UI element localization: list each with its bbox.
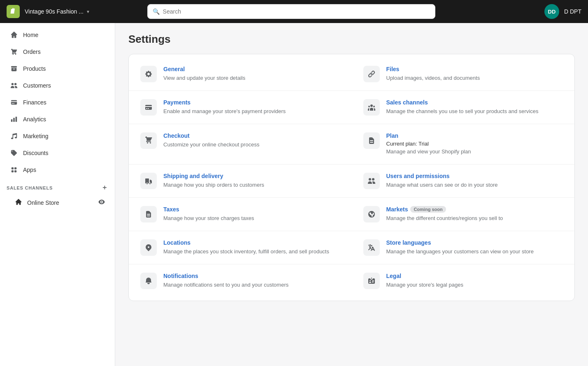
- general-title: General: [163, 66, 340, 72]
- sidebar-item-analytics[interactable]: Analytics: [3, 111, 112, 127]
- taxes-desc: Manage how your store charges taxes: [163, 214, 340, 222]
- store-languages-title: Store languages: [386, 239, 563, 246]
- settings-item-payments[interactable]: Payments Enable and manage your store's …: [129, 91, 352, 124]
- shipping-desc: Manage how you ship orders to customers: [163, 181, 340, 189]
- settings-item-users[interactable]: Users and permissions Manage what users …: [352, 164, 575, 198]
- checkout-desc: Customize your online checkout process: [163, 141, 340, 149]
- sales-channels-section-label: SALES CHANNELS ＋: [0, 178, 115, 194]
- sidebar-item-products[interactable]: Products: [3, 60, 112, 77]
- sidebar-label-finances: Finances: [23, 99, 46, 106]
- settings-item-store-languages[interactable]: Store languages Manage the languages you…: [352, 231, 575, 264]
- shipping-title: Shipping and delivery: [163, 173, 340, 179]
- plan-title: Plan: [386, 132, 399, 139]
- store-name-button[interactable]: Vintage 90s Fashion ... ▼: [25, 8, 90, 15]
- settings-item-legal[interactable]: Legal Manage your store's legal pages: [352, 264, 575, 297]
- settings-grid: General View and update your store detai…: [129, 58, 574, 297]
- users-icon: [363, 173, 380, 189]
- sidebar-item-apps[interactable]: Apps: [3, 162, 112, 178]
- sidebar-item-customers[interactable]: Customers: [3, 77, 112, 94]
- payments-title: Payments: [163, 99, 340, 106]
- main-layout: Home Orders Products Customers: [0, 23, 588, 366]
- customers-icon: [10, 81, 18, 90]
- general-icon: [140, 66, 157, 82]
- topbar: Vintage 90s Fashion ... ▼ 🔍 DD D DPT: [0, 0, 588, 23]
- settings-item-taxes[interactable]: Taxes Manage how your store charges taxe…: [129, 198, 352, 231]
- settings-item-markets[interactable]: Markets Coming soon Manage the different…: [352, 198, 575, 231]
- eye-icon[interactable]: [98, 199, 105, 206]
- locations-title: Locations: [163, 239, 340, 246]
- taxes-title: Taxes: [163, 206, 340, 213]
- sales-channels-title: Sales channels: [386, 99, 563, 106]
- sidebar-label-apps: Apps: [23, 167, 36, 173]
- shopify-logo: [7, 5, 20, 18]
- sidebar-label-discounts: Discounts: [23, 150, 48, 156]
- orders-icon: [10, 48, 18, 56]
- settings-item-plan[interactable]: Plan Current plan: Trial Manage and view…: [352, 124, 575, 164]
- sidebar-item-online-store[interactable]: Online Store: [3, 194, 112, 211]
- search-icon: 🔍: [153, 8, 160, 15]
- sales-channels-desc: Manage the channels you use to sell your…: [386, 107, 563, 116]
- locations-icon: [140, 239, 157, 256]
- general-desc: View and update your store details: [163, 74, 340, 82]
- store-languages-desc: Manage the languages your customers can …: [386, 248, 563, 256]
- users-desc: Manage what users can see or do in your …: [386, 181, 563, 189]
- legal-desc: Manage your store's legal pages: [386, 281, 563, 289]
- payments-desc: Enable and manage your store's payment p…: [163, 107, 340, 116]
- apps-icon: [10, 166, 18, 174]
- settings-item-locations[interactable]: Locations Manage the places you stock in…: [129, 231, 352, 264]
- sidebar-item-orders[interactable]: Orders: [3, 44, 112, 60]
- files-icon: [363, 66, 380, 82]
- settings-item-general[interactable]: General View and update your store detai…: [129, 58, 352, 91]
- online-store-label: Online Store: [27, 199, 59, 206]
- discounts-icon: [10, 149, 18, 157]
- checkout-icon: [140, 132, 157, 149]
- settings-card: General View and update your store detai…: [128, 54, 575, 301]
- sales-channels-icon: [363, 99, 380, 116]
- settings-item-sales-channels[interactable]: Sales channels Manage the channels you u…: [352, 91, 575, 124]
- sidebar: Home Orders Products Customers: [0, 23, 115, 366]
- settings-item-shipping[interactable]: Shipping and delivery Manage how you shi…: [129, 164, 352, 198]
- settings-item-checkout[interactable]: Checkout Customize your online checkout …: [129, 124, 352, 164]
- notifications-title: Notifications: [163, 273, 340, 279]
- user-name-label: D DPT: [564, 8, 581, 15]
- analytics-icon: [10, 115, 18, 123]
- locations-desc: Manage the places you stock inventory, f…: [163, 248, 340, 256]
- sidebar-item-home[interactable]: Home: [3, 27, 112, 43]
- online-store-icon: [15, 198, 22, 207]
- payments-icon: [140, 99, 157, 116]
- avatar[interactable]: DD: [544, 4, 559, 19]
- shipping-icon: [140, 173, 157, 189]
- sidebar-label-home: Home: [23, 32, 38, 38]
- notifications-icon: [140, 273, 157, 289]
- sidebar-item-marketing[interactable]: Marketing: [3, 128, 112, 144]
- legal-icon: [363, 273, 380, 289]
- marketing-icon: [10, 132, 18, 140]
- store-languages-icon: [363, 239, 380, 256]
- sidebar-label-analytics: Analytics: [23, 116, 46, 123]
- settings-item-notifications[interactable]: Notifications Manage notifications sent …: [129, 264, 352, 297]
- search-bar: 🔍: [147, 4, 435, 19]
- taxes-icon: [140, 206, 157, 222]
- sidebar-label-orders: Orders: [23, 49, 41, 55]
- markets-badge: Coming soon: [410, 206, 446, 213]
- settings-item-files[interactable]: Files Upload images, videos, and documen…: [352, 58, 575, 91]
- checkout-title: Checkout: [163, 132, 340, 139]
- users-title: Users and permissions: [386, 173, 563, 179]
- markets-icon: [363, 206, 380, 222]
- products-icon: [10, 65, 18, 73]
- home-icon: [10, 31, 18, 39]
- markets-desc: Manage the different countries/regions y…: [386, 214, 563, 222]
- chevron-down-icon: ▼: [86, 9, 90, 14]
- legal-title: Legal: [386, 273, 563, 279]
- notifications-desc: Manage notifications sent to you and you…: [163, 281, 340, 289]
- markets-title: Markets: [386, 206, 408, 213]
- files-desc: Upload images, videos, and documents: [386, 74, 563, 82]
- plan-icon: [363, 132, 380, 149]
- sidebar-item-discounts[interactable]: Discounts: [3, 145, 112, 161]
- sidebar-nav: Home Orders Products Customers: [0, 23, 115, 215]
- search-input[interactable]: [163, 8, 430, 15]
- add-sales-channel-icon[interactable]: ＋: [101, 183, 108, 192]
- main-content: Settings General View and update your st…: [115, 23, 588, 366]
- sidebar-item-finances[interactable]: Finances: [3, 94, 112, 111]
- sidebar-label-products: Products: [23, 65, 46, 72]
